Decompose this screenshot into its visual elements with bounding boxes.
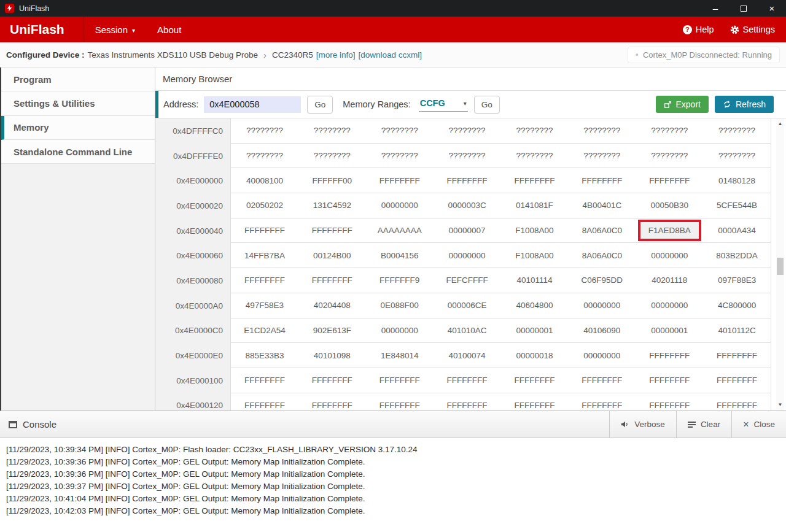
memory-cell[interactable]: FFFFFFFF: [298, 268, 366, 293]
memory-cell[interactable]: 40008100: [231, 168, 298, 193]
memory-cell[interactable]: FFFFFF00: [298, 168, 366, 193]
download-ccxml-link[interactable]: [download ccxml]: [359, 50, 422, 60]
memory-cell[interactable]: ????????: [703, 144, 771, 168]
memory-cell[interactable]: FFFFFFFF: [434, 368, 501, 393]
scrollbar-thumb[interactable]: [777, 258, 784, 275]
memory-cell[interactable]: 000006CE: [434, 293, 501, 318]
memory-cell[interactable]: 00050B30: [636, 193, 703, 218]
memory-cell[interactable]: 0000003C: [434, 193, 501, 218]
memory-cell[interactable]: 00000000: [568, 343, 636, 368]
console-close-button[interactable]: × Close: [731, 411, 786, 438]
memory-cell[interactable]: 40101114: [501, 268, 569, 293]
memory-cell[interactable]: FFFFFFFF: [231, 368, 298, 393]
highlighted-memory-cell[interactable]: F1AED8BA: [638, 220, 701, 241]
memory-cell[interactable]: FFFFFFFF: [568, 393, 636, 411]
memory-range-select[interactable]: CCFG ▾: [419, 97, 468, 112]
memory-cell[interactable]: AAAAAAAA: [366, 218, 434, 243]
memory-cell[interactable]: FFFFFFFF: [434, 168, 501, 193]
memory-cell[interactable]: 40100074: [434, 343, 501, 368]
memory-cell[interactable]: ????????: [231, 118, 298, 143]
memory-cell[interactable]: FFFFFFFF: [636, 368, 703, 393]
memory-cell[interactable]: ????????: [568, 144, 636, 168]
memory-cell[interactable]: ????????: [501, 118, 569, 143]
memory-cell[interactable]: ????????: [298, 118, 366, 143]
memory-cell[interactable]: 0E088F00: [366, 293, 434, 318]
memory-cell[interactable]: FFFFFFFF: [703, 393, 771, 411]
memory-cell[interactable]: 00000001: [636, 318, 703, 343]
verbose-button[interactable]: Verbose: [609, 411, 676, 438]
memory-cell[interactable]: E1CD2A54: [231, 318, 298, 343]
memory-cell[interactable]: ????????: [636, 118, 703, 143]
memory-cell[interactable]: 00124B00: [298, 243, 366, 268]
memory-cell[interactable]: 00000007: [434, 218, 501, 243]
memory-cell[interactable]: FFFFFFFF: [703, 343, 771, 368]
memory-cell[interactable]: 00000000: [568, 293, 636, 318]
memory-cell[interactable]: FFFFFFFF: [231, 218, 298, 243]
memory-cell[interactable]: FFFFFFFF: [636, 343, 703, 368]
memory-cell[interactable]: FFFFFFFF: [636, 168, 703, 193]
memory-cell[interactable]: FFFFFFFF: [366, 368, 434, 393]
maximize-button[interactable]: [730, 0, 758, 17]
memory-cell[interactable]: 00000000: [366, 318, 434, 343]
memory-cell[interactable]: FFFFFFF9: [366, 268, 434, 293]
refresh-button[interactable]: Refresh: [715, 96, 774, 113]
memory-cell[interactable]: 803B2DDA: [703, 243, 771, 268]
sidebar-item-memory[interactable]: Memory: [1, 116, 155, 140]
memory-cell[interactable]: 097F88E3: [703, 268, 771, 293]
memory-cell[interactable]: 5CFE544B: [703, 193, 771, 218]
sidebar-item-standalone-command-line[interactable]: Standalone Command Line: [1, 140, 155, 164]
memory-cell[interactable]: 0000A434: [703, 218, 771, 243]
memory-cell[interactable]: ????????: [366, 118, 434, 143]
range-go-button[interactable]: Go: [474, 96, 500, 114]
memory-cell[interactable]: 497F58E3: [231, 293, 298, 318]
memory-cell[interactable]: C06F95DD: [568, 268, 636, 293]
menu-about[interactable]: About: [146, 17, 192, 42]
memory-cell[interactable]: FFFFFFFF: [568, 368, 636, 393]
memory-cell[interactable]: FFFFFFFF: [636, 393, 703, 411]
memory-cell[interactable]: 00000000: [636, 243, 703, 268]
memory-cell[interactable]: ????????: [636, 144, 703, 168]
memory-cell[interactable]: 40204408: [298, 293, 366, 318]
memory-cell[interactable]: ????????: [703, 118, 771, 143]
memory-cell[interactable]: ????????: [434, 118, 501, 143]
vertical-scrollbar[interactable]: ▲ ▼: [776, 118, 784, 411]
memory-cell[interactable]: FFFFFFFF: [231, 393, 298, 411]
memory-cell[interactable]: FFFFFFFF: [231, 268, 298, 293]
memory-cell[interactable]: FFFFFFFF: [434, 393, 501, 411]
scroll-down-icon[interactable]: ▼: [776, 401, 784, 409]
memory-cell[interactable]: 8A06A0C0: [568, 218, 636, 243]
memory-cell[interactable]: ????????: [366, 144, 434, 168]
memory-cell[interactable]: FFFFFFFF: [501, 368, 569, 393]
memory-cell[interactable]: 131C4592: [298, 193, 366, 218]
memory-cell[interactable]: 401010AC: [434, 318, 501, 343]
memory-cell[interactable]: FFFFFFFF: [298, 218, 366, 243]
address-input[interactable]: [204, 96, 301, 113]
memory-cell[interactable]: FFFFFFFF: [366, 393, 434, 411]
more-info-link[interactable]: [more info]: [316, 50, 356, 60]
memory-cell[interactable]: 40101098: [298, 343, 366, 368]
memory-cell[interactable]: 1E848014: [366, 343, 434, 368]
sidebar-item-program[interactable]: Program: [1, 67, 155, 91]
memory-cell[interactable]: ????????: [434, 144, 501, 168]
memory-cell[interactable]: F1AED8BA: [636, 218, 703, 243]
address-go-button[interactable]: Go: [307, 96, 333, 114]
memory-cell[interactable]: FEFCFFFF: [434, 268, 501, 293]
help-button[interactable]: ? Help: [683, 25, 714, 34]
memory-cell[interactable]: 0141081F: [501, 193, 569, 218]
memory-cell[interactable]: 00000018: [501, 343, 569, 368]
memory-cell[interactable]: FFFFFFFF: [501, 168, 569, 193]
memory-cell[interactable]: B0004156: [366, 243, 434, 268]
memory-cell[interactable]: FFFFFFFF: [501, 393, 569, 411]
memory-cell[interactable]: 01480128: [703, 168, 771, 193]
memory-cell[interactable]: ????????: [298, 144, 366, 168]
memory-cell[interactable]: FFFFFFFF: [703, 368, 771, 393]
memory-cell[interactable]: ????????: [231, 144, 298, 168]
memory-cell[interactable]: 885E33B3: [231, 343, 298, 368]
memory-cell[interactable]: F1008A00: [501, 218, 569, 243]
memory-cell[interactable]: 4C800000: [703, 293, 771, 318]
minimize-button[interactable]: –: [701, 0, 730, 17]
memory-cell[interactable]: 8A06A0C0: [568, 243, 636, 268]
scroll-up-icon[interactable]: ▲: [776, 120, 784, 128]
memory-cell[interactable]: FFFFFFFF: [366, 168, 434, 193]
menu-session[interactable]: Session ▾: [84, 17, 146, 42]
